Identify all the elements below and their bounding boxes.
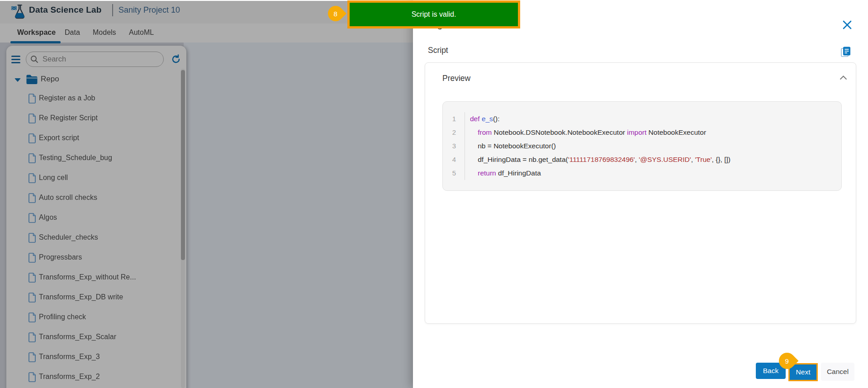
file-icon: [28, 153, 36, 163]
file-name: Profiling check: [39, 313, 86, 321]
file-icon: [28, 193, 36, 203]
tree-item[interactable]: Profiling check: [0, 308, 172, 327]
file-icon: [28, 233, 36, 243]
tree-item[interactable]: Testing_Schedule_bug: [0, 148, 172, 168]
code-line: 1def e_s():: [443, 112, 841, 126]
file-name: Auto scroll checks: [39, 194, 97, 202]
line-number: 2: [443, 126, 465, 139]
file-name: Transforms_Exp_without Re...: [39, 273, 136, 281]
code-text: from Notebook.DSNotebook.NotebookExecuto…: [465, 126, 706, 139]
code-line: 5 return df_HiringData: [443, 166, 841, 180]
preview-card: Preview 1def e_s():2 from Notebook.DSNot…: [425, 62, 856, 324]
tree-item[interactable]: Transforms_Exp_3: [0, 347, 172, 367]
app-title: Data Science Lab: [29, 5, 102, 15]
file-name: Register as a Job: [39, 94, 95, 102]
cancel-button[interactable]: Cancel: [821, 363, 854, 381]
file-name: Transforms_Exp_Scalar: [39, 333, 116, 341]
file-name: Transforms_Exp_3: [39, 353, 100, 361]
code-text: def e_s():: [465, 112, 500, 126]
tree-item[interactable]: Auto scroll checks: [0, 188, 172, 208]
file-name: Long cell: [39, 174, 68, 182]
active-tab-underline: [10, 41, 61, 43]
code-text: df_HiringData = nb.get_data('11111718769…: [465, 153, 730, 166]
title-divider: [112, 4, 113, 16]
tree-items: Register as a JobRe Register ScriptExpor…: [0, 89, 172, 387]
file-name: Scheduler_checks: [39, 233, 98, 241]
copy-script-icon[interactable]: [840, 46, 852, 57]
tree-item[interactable]: Algos: [0, 208, 172, 228]
next-button[interactable]: Next: [790, 364, 816, 380]
file-name: Testing_Schedule_bug: [39, 154, 112, 162]
tab-workspace[interactable]: Workspace: [17, 28, 56, 37]
search-icon: [30, 55, 39, 64]
tree-item[interactable]: Progressbars: [0, 248, 172, 268]
caret-down-icon[interactable]: [14, 78, 21, 82]
toast-message: Script is valid.: [412, 10, 456, 19]
project-name[interactable]: Sanity Project 10: [119, 5, 180, 15]
search-placeholder: Search: [43, 55, 66, 63]
register-job-drawer: Register as a Job Script Preview 1def e_…: [413, 0, 868, 388]
file-icon: [28, 372, 36, 382]
script-code-preview: 1def e_s():2 from Notebook.DSNotebook.No…: [442, 101, 842, 191]
file-name: Export script: [39, 134, 79, 142]
app-logo-flask-icon: [10, 3, 27, 21]
code-line: 2 from Notebook.DSNotebook.NotebookExecu…: [443, 126, 841, 139]
file-name: Re Register Script: [39, 114, 98, 122]
code-text: return df_HiringData: [465, 166, 541, 180]
close-icon[interactable]: [842, 20, 852, 30]
tree-item[interactable]: Transforms_Exp_2: [0, 367, 172, 387]
sidebar-scrollbar-thumb[interactable]: [181, 70, 185, 260]
tab-models[interactable]: Models: [93, 28, 116, 37]
validation-toast: Script is valid.: [347, 0, 520, 28]
file-name: Transforms_Exp_DB write: [39, 293, 123, 301]
file-icon: [28, 114, 36, 123]
tree-root-row[interactable]: Repo: [0, 69, 172, 89]
tree-item[interactable]: Transforms_Exp_Scalar: [0, 327, 172, 347]
line-number: 1: [443, 112, 465, 126]
menu-icon[interactable]: [11, 56, 20, 63]
folder-icon: [26, 74, 38, 85]
tab-automl[interactable]: AutoML: [129, 28, 154, 37]
file-icon: [28, 312, 36, 322]
file-icon: [28, 133, 36, 143]
line-number: 4: [443, 153, 465, 166]
file-icon: [28, 213, 36, 223]
file-name: Algos: [39, 213, 57, 222]
tree-item[interactable]: Register as a Job: [0, 89, 172, 109]
file-name: Progressbars: [39, 253, 82, 261]
tree-root-label: Repo: [41, 75, 59, 84]
file-icon: [28, 273, 36, 283]
file-icon: [28, 332, 36, 342]
file-icon: [28, 253, 36, 263]
line-number: 5: [443, 166, 465, 180]
tree-item[interactable]: Transforms_Exp_without Re...: [0, 268, 172, 288]
tab-data[interactable]: Data: [65, 28, 80, 37]
line-number: 3: [443, 139, 465, 153]
tree-item[interactable]: Export script: [0, 128, 172, 148]
file-icon: [28, 173, 36, 183]
collapse-chevron-icon[interactable]: [840, 76, 847, 80]
file-icon: [28, 352, 36, 362]
code-line: 3 nb = NotebookExecutor(): [443, 139, 841, 153]
tree-item[interactable]: Transforms_Exp_DB write: [0, 288, 172, 308]
file-icon: [28, 293, 36, 303]
tree-item[interactable]: Scheduler_checks: [0, 228, 172, 248]
file-name: Transforms_Exp_2: [39, 373, 100, 381]
screen: Data Science Lab Sanity Project 10 Works…: [0, 0, 868, 388]
refresh-icon[interactable]: [171, 54, 181, 65]
file-icon: [28, 94, 36, 104]
preview-section-label: Preview: [442, 74, 470, 83]
script-section-label: Script: [428, 46, 448, 55]
tree-item[interactable]: Long cell: [0, 168, 172, 188]
code-line: 4 df_HiringData = nb.get_data('111117187…: [443, 153, 841, 166]
code-text: nb = NotebookExecutor(): [465, 139, 556, 153]
tree-item[interactable]: Re Register Script: [0, 109, 172, 128]
